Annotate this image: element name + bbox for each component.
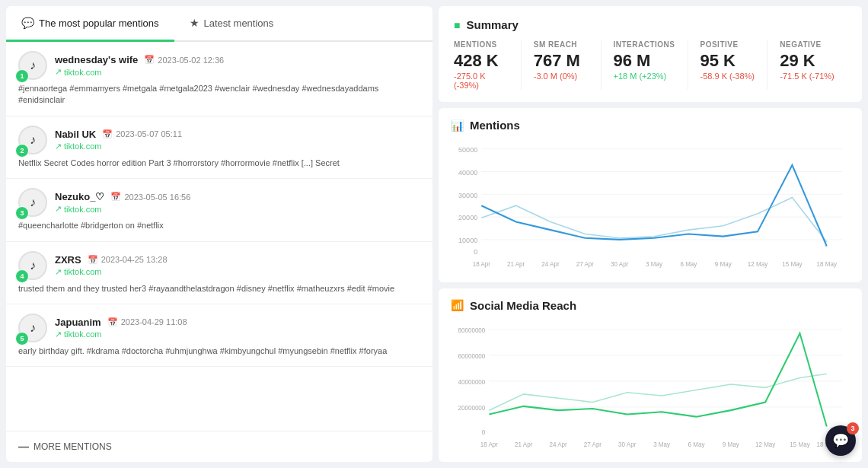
- mention-tags: trusted them and they trusted her3 #raya…: [18, 283, 420, 294]
- svg-text:18 Apr: 18 Apr: [480, 440, 499, 447]
- mention-tags: Netflix Secret Codes horror edition Part…: [18, 158, 420, 169]
- more-mentions-button[interactable]: — MORE MENTIONS: [6, 431, 432, 462]
- svg-text:10000: 10000: [458, 237, 477, 244]
- chat-bubble-button[interactable]: 💬 3: [825, 425, 856, 456]
- summary-metrics: MENTIONS 428 K -275.0 K (-39%) SM REACH …: [454, 40, 847, 90]
- reach-chart-icon: 📶: [451, 299, 464, 311]
- svg-text:30 Apr: 30 Apr: [618, 440, 637, 447]
- svg-text:0: 0: [474, 248, 477, 256]
- source-link[interactable]: ↗ tiktok.com: [55, 204, 420, 214]
- reach-chart-title: 📶 Social Media Reach: [451, 299, 850, 312]
- tiktok-icon: ♪: [30, 59, 36, 72]
- svg-text:30 Apr: 30 Apr: [611, 260, 629, 268]
- popular-icon: 💬: [21, 17, 34, 29]
- mention-tags: #jennaortega #emmamyers #metgala #metgal…: [18, 83, 420, 107]
- metric-label: MENTIONS: [454, 40, 509, 49]
- mention-info: wednesday's wife 📅 2023-05-02 12:36 ↗ ti…: [55, 54, 420, 77]
- svg-text:40000: 40000: [458, 169, 477, 177]
- metric-item: INTERACTIONS 96 M +18 M (+23%): [614, 40, 688, 90]
- reach-chart-svg: 80000000 60000000 40000000 20000000 0 18…: [451, 321, 850, 450]
- metric-label: POSITIVE: [700, 40, 755, 49]
- metric-value: 95 K: [700, 52, 755, 70]
- share-icon: ↗: [55, 204, 62, 214]
- metric-value: 29 K: [780, 52, 834, 70]
- svg-text:12 May: 12 May: [755, 440, 776, 447]
- svg-text:9 May: 9 May: [723, 440, 740, 447]
- metric-change: -275.0 K (-39%): [454, 72, 509, 90]
- calendar-icon: 📅: [88, 255, 98, 265]
- source-link[interactable]: ↗ tiktok.com: [55, 267, 420, 277]
- mention-name: Japuanim: [55, 317, 101, 328]
- share-icon: ↗: [55, 330, 62, 339]
- svg-text:18 Apr: 18 Apr: [473, 260, 491, 268]
- source-link[interactable]: ↗ tiktok.com: [55, 330, 420, 339]
- calendar-icon: 📅: [110, 192, 121, 202]
- latest-icon: ★: [190, 17, 199, 29]
- svg-text:20000: 20000: [458, 214, 477, 221]
- source-name: tiktok.com: [64, 330, 102, 339]
- svg-text:24 Apr: 24 Apr: [541, 260, 560, 268]
- reach-chart-container: 80000000 60000000 40000000 20000000 0 18…: [451, 321, 850, 450]
- mentions-chart-container: 50000 40000 30000 20000 10000 0 18 Apr 2…: [451, 141, 850, 270]
- rank-avatar: ♪ 2: [18, 126, 47, 154]
- source-name: tiktok.com: [64, 267, 102, 276]
- tiktok-icon: ♪: [30, 133, 36, 147]
- metric-label: INTERACTIONS: [614, 40, 675, 49]
- tabs-bar: 💬 The most popular mentions ★ Latest men…: [6, 6, 432, 42]
- rank-avatar: ♪ 3: [18, 188, 47, 217]
- rank-badge: 4: [15, 269, 29, 283]
- svg-text:6 May: 6 May: [688, 440, 705, 447]
- metric-value: 428 K: [454, 52, 509, 70]
- summary-icon: ■: [454, 19, 460, 31]
- mention-name-row: Nabil UK 📅 2023-05-07 05:11: [55, 129, 420, 140]
- metric-item: SM REACH 767 M -3.0 M (0%): [534, 40, 602, 90]
- summary-title: ■ Summary: [454, 18, 847, 31]
- list-item: ♪ 1 wednesday's wife 📅 2023-05-02 12:36 …: [6, 42, 432, 116]
- svg-text:60000000: 60000000: [458, 352, 486, 359]
- mention-date: 📅 2023-04-29 11:08: [107, 317, 187, 327]
- summary-card: ■ Summary MENTIONS 428 K -275.0 K (-39%)…: [439, 6, 862, 102]
- svg-text:0: 0: [482, 428, 486, 435]
- tab-latest[interactable]: ★ Latest mentions: [174, 6, 289, 42]
- mention-date: 📅 2023-05-05 16:56: [110, 192, 190, 202]
- metric-item: MENTIONS 428 K -275.0 K (-39%): [454, 40, 522, 90]
- chat-badge: 3: [847, 422, 859, 435]
- mentions-chart-svg: 50000 40000 30000 20000 10000 0 18 Apr 2…: [451, 141, 850, 270]
- mention-date: 📅 2023-04-25 13:28: [88, 255, 168, 265]
- list-item: ♪ 5 Japuanim 📅 2023-04-29 11:08 ↗ tiktok…: [6, 304, 432, 367]
- mention-name: wednesday's wife: [55, 54, 138, 65]
- metric-value: 96 M: [614, 52, 675, 70]
- tab-popular[interactable]: 💬 The most popular mentions: [6, 6, 174, 42]
- svg-text:15 May: 15 May: [782, 260, 803, 268]
- svg-text:50000: 50000: [458, 146, 477, 154]
- mention-name: ZXRS: [55, 254, 81, 266]
- svg-text:40000000: 40000000: [458, 377, 486, 385]
- metric-change: -58.9 K (-38%): [700, 72, 755, 81]
- metric-change: +18 M (+23%): [614, 72, 675, 81]
- rank-avatar: ♪ 4: [18, 251, 47, 280]
- mention-name-row: Japuanim 📅 2023-04-29 11:08: [55, 317, 420, 328]
- svg-text:15 May: 15 May: [790, 440, 810, 447]
- mention-date: 📅 2023-05-02 12:36: [144, 55, 224, 65]
- svg-text:12 May: 12 May: [748, 260, 768, 268]
- mention-tags: early birthday gift. #kdrama #doctorcha …: [18, 345, 420, 357]
- share-icon: ↗: [55, 142, 62, 151]
- metric-change: -3.0 M (0%): [534, 72, 589, 81]
- list-item: ♪ 4 ZXRS 📅 2023-04-25 13:28 ↗ tiktok.com…: [6, 242, 432, 304]
- app-container: 💬 The most popular mentions ★ Latest men…: [0, 0, 868, 468]
- mention-date: 📅 2023-05-07 05:11: [102, 129, 182, 139]
- mention-name-row: Nezuko_♡ 📅 2023-05-05 16:56: [55, 191, 420, 202]
- mentions-list: ♪ 1 wednesday's wife 📅 2023-05-02 12:36 …: [6, 42, 432, 431]
- source-name: tiktok.com: [64, 68, 102, 77]
- mention-tags: #queencharlotte #bridgerton on #netflix: [18, 220, 420, 231]
- left-panel: 💬 The most popular mentions ★ Latest men…: [6, 6, 432, 462]
- reach-chart-card: 📶 Social Media Reach 80000000 60000000 4…: [439, 288, 862, 462]
- svg-text:27 Apr: 27 Apr: [576, 260, 595, 268]
- source-link[interactable]: ↗ tiktok.com: [55, 67, 420, 77]
- calendar-icon: 📅: [107, 317, 118, 327]
- rank-badge: 1: [15, 69, 29, 83]
- mention-info: ZXRS 📅 2023-04-25 13:28 ↗ tiktok.com: [55, 254, 420, 277]
- mention-info: Nabil UK 📅 2023-05-07 05:11 ↗ tiktok.com: [55, 129, 420, 151]
- source-link[interactable]: ↗ tiktok.com: [55, 142, 420, 151]
- mention-name: Nabil UK: [55, 129, 96, 140]
